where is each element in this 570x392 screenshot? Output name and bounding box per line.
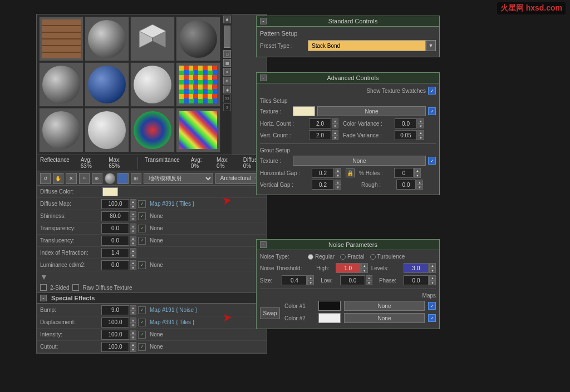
levels-up[interactable]: ▲ (429, 263, 436, 268)
std-controls-collapse[interactable]: - (260, 18, 267, 24)
diffuse-map-up[interactable]: ▲ (130, 199, 136, 204)
translucency-up[interactable]: ▲ (130, 236, 136, 241)
fade-variance-input[interactable]: 0.05 (395, 130, 417, 140)
thumb-sphere-gray-1[interactable] (85, 17, 129, 61)
holes-down[interactable]: ▼ (414, 173, 421, 178)
holes-up[interactable]: ▲ (414, 168, 421, 173)
phase-input[interactable]: 0.0 (404, 275, 429, 285)
size-input[interactable]: 0.4 (282, 275, 307, 285)
cutout-up[interactable]: ▲ (130, 342, 136, 347)
cutout-down[interactable]: ▼ (130, 347, 136, 352)
displacement-map[interactable]: Map #391 { Tiles } (150, 319, 194, 325)
vert-count-input[interactable]: 2.0 (309, 130, 331, 140)
thumb-sphere-dark-1[interactable] (176, 17, 220, 61)
shininess-check[interactable]: ✓ (138, 212, 146, 220)
displacement-input[interactable] (101, 317, 129, 328)
delete-btn[interactable]: ✕ (66, 173, 76, 184)
translucency-input[interactable] (101, 236, 129, 246)
diffuse-map-name[interactable]: Map #391 { Tiles } (150, 201, 194, 207)
grout-none-btn[interactable]: None (293, 156, 426, 166)
shininess-up[interactable]: ▲ (130, 211, 136, 216)
luminance-check[interactable]: ✓ (138, 261, 146, 269)
thumb-sphere-light[interactable] (130, 62, 175, 107)
show-swatches-check[interactable]: ✓ (428, 87, 436, 95)
bump-up[interactable]: ▲ (130, 305, 136, 310)
shininess-input[interactable] (101, 211, 129, 221)
color-var-down[interactable]: ▼ (417, 123, 424, 128)
reset-btn[interactable]: ↺ (40, 173, 51, 184)
translucency-down[interactable]: ▼ (130, 241, 136, 246)
adv-controls-collapse[interactable]: - (260, 75, 267, 81)
color2-check[interactable]: ✓ (428, 314, 436, 322)
thumb-checker-color[interactable] (176, 62, 220, 107)
size-up[interactable]: ▲ (307, 275, 314, 280)
high-down[interactable]: ▼ (361, 268, 368, 273)
luminance-down[interactable]: ▼ (130, 265, 136, 270)
thumb-noise-pattern[interactable] (176, 108, 220, 152)
bump-map[interactable]: Map #191 { Noise } (150, 307, 197, 313)
thumb-sphere-white[interactable] (85, 108, 129, 152)
option-icon-5[interactable]: 3 (223, 103, 231, 111)
option-icon-3[interactable]: ◈ (223, 86, 231, 93)
color1-swatch[interactable] (318, 301, 341, 311)
fade-var-down[interactable]: ▼ (417, 135, 424, 140)
vert-count-down[interactable]: ▼ (332, 135, 338, 140)
shininess-down[interactable]: ▼ (130, 216, 136, 221)
noise-turbulence-radio[interactable]: Turbulence (370, 254, 405, 260)
horiz-count-input[interactable]: 2.0 (309, 118, 331, 128)
cutout-input[interactable] (101, 342, 129, 352)
diffuse-map-down[interactable]: ▼ (130, 204, 136, 209)
luminance-input[interactable] (101, 260, 129, 270)
rough-up[interactable]: ▲ (416, 180, 423, 185)
color2-none-btn[interactable]: None (344, 313, 425, 323)
high-up[interactable]: ▲ (361, 263, 368, 268)
thumb-cube-1[interactable] (130, 17, 175, 61)
size-down[interactable]: ▼ (307, 280, 314, 285)
scroll-up-arrow[interactable]: ▲ (223, 16, 231, 23)
color1-none-btn[interactable]: None (344, 301, 425, 311)
intensity-check[interactable]: ✓ (138, 331, 146, 339)
color-variance-input[interactable]: 0.0 (395, 118, 417, 128)
tiles-none-btn[interactable]: None (317, 106, 426, 116)
cutout-check[interactable]: ✓ (138, 343, 146, 351)
levels-down[interactable]: ▼ (429, 268, 436, 273)
pick-btn[interactable]: ✋ (53, 173, 63, 184)
transparency-down[interactable]: ▼ (130, 229, 136, 234)
sphere-preview[interactable] (105, 173, 115, 184)
ior-up[interactable]: ▲ (130, 248, 136, 253)
displacement-down[interactable]: ▼ (130, 322, 136, 328)
noise-regular-radio[interactable]: Regular (308, 254, 335, 260)
horiz-gap-input[interactable]: 0.2 (312, 168, 334, 178)
displacement-up[interactable]: ▲ (130, 317, 136, 322)
color-var-up[interactable]: ▲ (417, 118, 424, 123)
phase-up[interactable]: ▲ (429, 275, 436, 280)
diffuse-color-swatch[interactable] (102, 187, 118, 196)
intensity-input[interactable] (101, 330, 129, 340)
levels-input[interactable]: 3.0 (404, 263, 429, 273)
grout-texture-check[interactable]: ✓ (428, 157, 436, 165)
two-sided-checkbox[interactable] (40, 284, 47, 291)
options-btn[interactable]: ⊞ (131, 173, 141, 184)
grid-icon[interactable]: ▦ (223, 59, 231, 67)
vert-count-up[interactable]: ▲ (332, 130, 338, 135)
fade-var-up[interactable]: ▲ (417, 130, 424, 135)
active-indicator[interactable] (117, 173, 128, 184)
thumb-sphere-gray-2[interactable] (39, 62, 83, 107)
copy-btn[interactable]: ⌗ (79, 173, 90, 184)
vert-gap-down[interactable]: ▼ (335, 185, 341, 190)
option-icon-4[interactable]: 33 (223, 95, 231, 102)
horiz-count-up[interactable]: ▲ (332, 118, 338, 123)
translucency-check[interactable]: ✓ (138, 237, 146, 245)
special-effects-collapse[interactable]: - (40, 295, 47, 301)
horiz-gap-down[interactable]: ▼ (335, 173, 341, 178)
noise-panel-collapse[interactable]: - (260, 241, 267, 248)
ior-down[interactable]: ▼ (130, 253, 136, 258)
raw-diffuse-checkbox[interactable] (72, 284, 79, 291)
rough-down[interactable]: ▼ (416, 185, 423, 190)
high-input[interactable]: 1.0 (336, 263, 361, 273)
lock-icon[interactable]: 🔒 (346, 168, 355, 177)
transparency-up[interactable]: ▲ (130, 224, 136, 229)
paste-btn[interactable]: ⊕ (92, 173, 102, 184)
preset-type-dropdown-btn[interactable]: ▼ (426, 40, 436, 51)
low-input[interactable]: 0.0 (340, 275, 365, 285)
